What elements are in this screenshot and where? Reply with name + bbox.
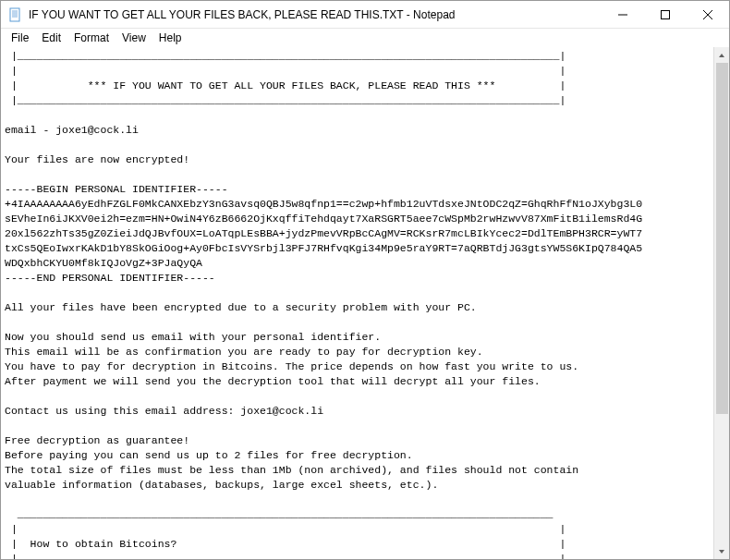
text-editor[interactable]: |_______________________________________…	[1, 47, 713, 559]
scroll-up-button[interactable]	[714, 47, 729, 63]
menu-edit[interactable]: Edit	[35, 30, 67, 46]
minimize-button[interactable]	[602, 1, 644, 28]
scroll-thumb[interactable]	[716, 63, 728, 414]
titlebar: IF YOU WANT TO GET ALL YOUR FILES BACK, …	[1, 1, 729, 29]
window-controls	[602, 1, 729, 28]
window-title: IF YOU WANT TO GET ALL YOUR FILES BACK, …	[29, 8, 602, 21]
maximize-button[interactable]	[644, 1, 687, 28]
close-button[interactable]	[687, 1, 729, 28]
scroll-down-button[interactable]	[714, 543, 729, 559]
menu-view[interactable]: View	[116, 30, 152, 46]
menubar: File Edit Format View Help	[1, 29, 729, 47]
menu-format[interactable]: Format	[67, 30, 116, 46]
menu-help[interactable]: Help	[152, 30, 189, 46]
svg-rect-6	[662, 10, 670, 18]
menu-file[interactable]: File	[5, 30, 35, 46]
editor-container: |_______________________________________…	[1, 47, 729, 559]
vertical-scrollbar[interactable]	[713, 47, 729, 559]
notepad-icon	[8, 7, 23, 22]
